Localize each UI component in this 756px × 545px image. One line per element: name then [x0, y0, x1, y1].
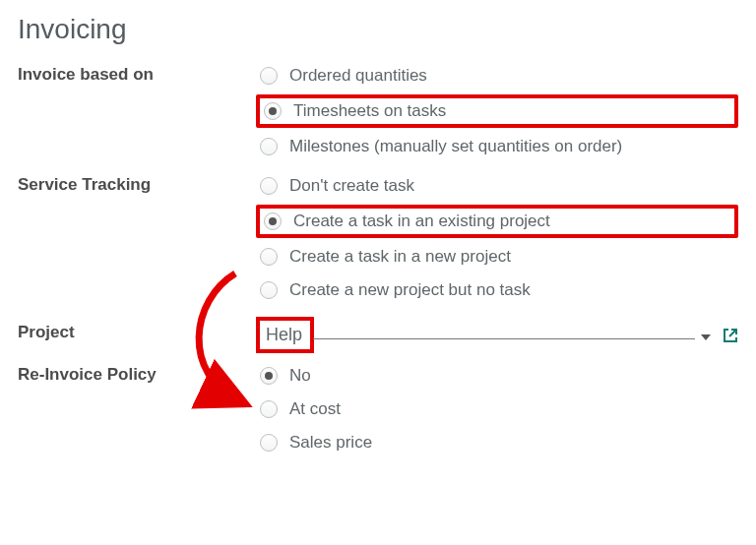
radio-label: Timesheets on tasks	[293, 100, 446, 122]
radio-task-existing-project[interactable]: Create a task in an existing project	[256, 205, 738, 238]
radio-label: Ordered quantities	[289, 65, 427, 87]
radio-label: Don't create task	[289, 175, 414, 197]
radio-dont-create-task[interactable]: Don't create task	[256, 169, 738, 203]
field-reinvoice-policy: Re-Invoice Policy No At cost Sales price	[18, 359, 738, 459]
radio-icon	[260, 281, 278, 299]
chevron-down-icon[interactable]	[701, 327, 711, 344]
external-link-icon[interactable]	[723, 328, 738, 343]
radio-icon	[264, 102, 282, 120]
radio-icon	[260, 138, 278, 155]
radio-label: No	[289, 365, 311, 387]
radio-timesheets-on-tasks[interactable]: Timesheets on tasks	[256, 94, 738, 128]
radio-project-no-task[interactable]: Create a new project but no task	[256, 273, 738, 307]
radio-reinvoice-at-cost[interactable]: At cost	[256, 393, 738, 426]
radio-label: Create a new project but no task	[289, 279, 531, 301]
radio-icon	[260, 367, 278, 385]
radio-label: Milestones (manually set quantities on o…	[289, 136, 622, 157]
radio-label: Sales price	[289, 432, 372, 454]
label-invoice-based-on: Invoice based on	[18, 59, 256, 85]
options-service-tracking: Don't create task Create a task in an ex…	[256, 169, 738, 307]
invoicing-settings-panel: Invoicing Invoice based on Ordered quant…	[0, 0, 756, 483]
radio-reinvoice-no[interactable]: No	[256, 359, 738, 393]
project-value-text: Help	[266, 325, 302, 345]
radio-icon	[260, 400, 278, 418]
project-select-row: Help	[256, 317, 738, 353]
project-select-value[interactable]: Help	[256, 317, 314, 353]
radio-ordered-quantities[interactable]: Ordered quantities	[256, 59, 738, 92]
options-invoice-based-on: Ordered quantities Timesheets on tasks M…	[256, 59, 738, 163]
radio-label: Create a task in an existing project	[293, 211, 550, 232]
radio-icon	[260, 177, 278, 195]
radio-task-new-project[interactable]: Create a task in a new project	[256, 240, 738, 273]
label-reinvoice-policy: Re-Invoice Policy	[18, 359, 256, 385]
radio-reinvoice-sales-price[interactable]: Sales price	[256, 426, 738, 459]
label-service-tracking: Service Tracking	[18, 169, 256, 195]
project-divider-line	[313, 338, 695, 339]
radio-icon	[260, 434, 278, 452]
field-project: Project Help	[18, 317, 738, 353]
radio-label: Create a task in a new project	[289, 246, 511, 268]
options-reinvoice-policy: No At cost Sales price	[256, 359, 738, 459]
radio-icon	[264, 212, 282, 230]
section-title: Invoicing	[18, 14, 738, 45]
radio-milestones[interactable]: Milestones (manually set quantities on o…	[256, 130, 738, 163]
radio-label: At cost	[289, 398, 341, 420]
radio-icon	[260, 67, 278, 85]
radio-icon	[260, 248, 278, 266]
field-invoice-based-on: Invoice based on Ordered quantities Time…	[18, 59, 738, 163]
label-project: Project	[18, 317, 256, 342]
field-service-tracking: Service Tracking Don't create task Creat…	[18, 169, 738, 307]
